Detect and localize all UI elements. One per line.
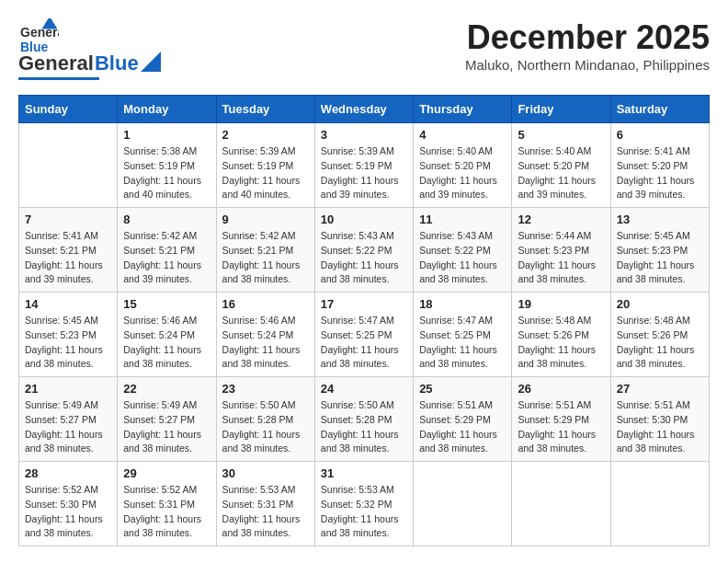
logo-arrow-icon bbox=[141, 52, 161, 72]
day-number: 28 bbox=[25, 466, 111, 480]
day-info: Sunrise: 5:47 AMSunset: 5:25 PMDaylight:… bbox=[419, 314, 506, 372]
calendar-cell: 27Sunrise: 5:51 AMSunset: 5:30 PMDayligh… bbox=[610, 377, 709, 462]
calendar-cell: 9Sunrise: 5:42 AMSunset: 5:21 PMDaylight… bbox=[216, 208, 314, 293]
day-number: 20 bbox=[617, 297, 703, 311]
day-info: Sunrise: 5:50 AMSunset: 5:28 PMDaylight:… bbox=[321, 398, 407, 456]
day-info: Sunrise: 5:45 AMSunset: 5:23 PMDaylight:… bbox=[25, 314, 111, 372]
week-row-1: 1Sunrise: 5:38 AMSunset: 5:19 PMDaylight… bbox=[19, 123, 710, 208]
weekday-header-thursday: Thursday bbox=[414, 96, 512, 123]
day-info: Sunrise: 5:41 AMSunset: 5:21 PMDaylight:… bbox=[25, 229, 111, 287]
day-number: 27 bbox=[617, 382, 703, 396]
day-number: 2 bbox=[222, 128, 309, 142]
day-number: 24 bbox=[321, 382, 407, 396]
day-info: Sunrise: 5:48 AMSunset: 5:26 PMDaylight:… bbox=[518, 314, 604, 372]
calendar-table: SundayMondayTuesdayWednesdayThursdayFrid… bbox=[18, 95, 710, 546]
weekday-header-saturday: Saturday bbox=[610, 96, 709, 123]
week-row-3: 14Sunrise: 5:45 AMSunset: 5:23 PMDayligh… bbox=[19, 293, 710, 377]
day-info: Sunrise: 5:44 AMSunset: 5:23 PMDaylight:… bbox=[518, 229, 604, 287]
day-info: Sunrise: 5:49 AMSunset: 5:27 PMDaylight:… bbox=[123, 398, 210, 456]
calendar-cell: 16Sunrise: 5:46 AMSunset: 5:24 PMDayligh… bbox=[216, 293, 314, 377]
day-number: 14 bbox=[25, 297, 111, 311]
weekday-header-row: SundayMondayTuesdayWednesdayThursdayFrid… bbox=[19, 96, 710, 123]
calendar-cell: 11Sunrise: 5:43 AMSunset: 5:22 PMDayligh… bbox=[414, 208, 512, 293]
day-info: Sunrise: 5:47 AMSunset: 5:25 PMDaylight:… bbox=[321, 314, 407, 372]
day-info: Sunrise: 5:51 AMSunset: 5:29 PMDaylight:… bbox=[419, 398, 506, 456]
weekday-header-friday: Friday bbox=[512, 96, 610, 123]
day-number: 17 bbox=[321, 297, 407, 311]
calendar-cell bbox=[19, 123, 118, 208]
calendar-cell: 23Sunrise: 5:50 AMSunset: 5:28 PMDayligh… bbox=[216, 377, 314, 462]
day-number: 10 bbox=[321, 213, 407, 226]
svg-marker-3 bbox=[141, 52, 161, 72]
day-info: Sunrise: 5:39 AMSunset: 5:19 PMDaylight:… bbox=[222, 144, 309, 202]
day-info: Sunrise: 5:51 AMSunset: 5:29 PMDaylight:… bbox=[518, 398, 604, 456]
day-number: 11 bbox=[419, 213, 506, 226]
day-info: Sunrise: 5:42 AMSunset: 5:21 PMDaylight:… bbox=[123, 229, 210, 287]
day-number: 1 bbox=[123, 128, 210, 142]
day-info: Sunrise: 5:42 AMSunset: 5:21 PMDaylight:… bbox=[222, 229, 309, 287]
day-number: 12 bbox=[518, 213, 604, 226]
day-info: Sunrise: 5:40 AMSunset: 5:20 PMDaylight:… bbox=[518, 144, 604, 202]
day-number: 31 bbox=[321, 466, 407, 480]
weekday-header-monday: Monday bbox=[118, 96, 216, 123]
logo-underline bbox=[18, 77, 99, 80]
day-number: 18 bbox=[419, 297, 506, 311]
day-number: 25 bbox=[419, 382, 506, 396]
day-number: 21 bbox=[25, 382, 111, 396]
calendar-cell: 7Sunrise: 5:41 AMSunset: 5:21 PMDaylight… bbox=[19, 208, 118, 293]
day-number: 22 bbox=[123, 382, 210, 396]
day-info: Sunrise: 5:53 AMSunset: 5:31 PMDaylight:… bbox=[222, 483, 309, 541]
location: Maluko, Northern Mindanao, Philippines bbox=[465, 57, 710, 73]
day-info: Sunrise: 5:40 AMSunset: 5:20 PMDaylight:… bbox=[419, 144, 506, 202]
calendar-cell: 18Sunrise: 5:47 AMSunset: 5:25 PMDayligh… bbox=[414, 293, 512, 377]
logo-general: General bbox=[18, 52, 94, 75]
calendar-cell: 24Sunrise: 5:50 AMSunset: 5:28 PMDayligh… bbox=[314, 377, 413, 462]
day-info: Sunrise: 5:51 AMSunset: 5:30 PMDaylight:… bbox=[617, 398, 703, 456]
calendar-cell: 3Sunrise: 5:39 AMSunset: 5:19 PMDaylight… bbox=[314, 123, 413, 208]
day-info: Sunrise: 5:39 AMSunset: 5:19 PMDaylight:… bbox=[321, 144, 407, 202]
calendar-cell: 21Sunrise: 5:49 AMSunset: 5:27 PMDayligh… bbox=[19, 377, 118, 462]
month-year: December 2025 bbox=[465, 18, 710, 57]
weekday-header-wednesday: Wednesday bbox=[314, 96, 413, 123]
calendar-cell: 15Sunrise: 5:46 AMSunset: 5:24 PMDayligh… bbox=[118, 293, 216, 377]
day-number: 30 bbox=[222, 466, 309, 480]
calendar-cell: 10Sunrise: 5:43 AMSunset: 5:22 PMDayligh… bbox=[314, 208, 413, 293]
day-info: Sunrise: 5:43 AMSunset: 5:22 PMDaylight:… bbox=[321, 229, 407, 287]
calendar-cell: 19Sunrise: 5:48 AMSunset: 5:26 PMDayligh… bbox=[512, 293, 610, 377]
calendar-cell: 5Sunrise: 5:40 AMSunset: 5:20 PMDaylight… bbox=[512, 123, 610, 208]
calendar-cell: 29Sunrise: 5:52 AMSunset: 5:31 PMDayligh… bbox=[118, 462, 216, 546]
day-info: Sunrise: 5:46 AMSunset: 5:24 PMDaylight:… bbox=[222, 314, 309, 372]
day-number: 9 bbox=[222, 213, 309, 226]
weekday-header-tuesday: Tuesday bbox=[216, 96, 314, 123]
week-row-5: 28Sunrise: 5:52 AMSunset: 5:30 PMDayligh… bbox=[19, 462, 710, 546]
day-info: Sunrise: 5:49 AMSunset: 5:27 PMDaylight:… bbox=[25, 398, 111, 456]
day-number: 3 bbox=[321, 128, 407, 142]
day-info: Sunrise: 5:52 AMSunset: 5:30 PMDaylight:… bbox=[25, 483, 111, 541]
calendar-cell: 31Sunrise: 5:53 AMSunset: 5:32 PMDayligh… bbox=[314, 462, 413, 546]
calendar-cell: 17Sunrise: 5:47 AMSunset: 5:25 PMDayligh… bbox=[314, 293, 413, 377]
calendar-cell bbox=[512, 462, 610, 546]
day-number: 15 bbox=[123, 297, 210, 311]
day-number: 13 bbox=[617, 213, 703, 226]
day-info: Sunrise: 5:50 AMSunset: 5:28 PMDaylight:… bbox=[222, 398, 309, 456]
calendar-cell: 8Sunrise: 5:42 AMSunset: 5:21 PMDaylight… bbox=[118, 208, 216, 293]
weekday-header-sunday: Sunday bbox=[19, 96, 118, 123]
logo: General Blue General Blue bbox=[18, 18, 161, 80]
day-number: 23 bbox=[222, 382, 309, 396]
day-number: 16 bbox=[222, 297, 309, 311]
day-number: 6 bbox=[617, 128, 703, 142]
week-row-2: 7Sunrise: 5:41 AMSunset: 5:21 PMDaylight… bbox=[19, 208, 710, 293]
day-number: 8 bbox=[123, 213, 210, 226]
svg-marker-2 bbox=[42, 18, 58, 29]
calendar-cell: 1Sunrise: 5:38 AMSunset: 5:19 PMDaylight… bbox=[118, 123, 216, 208]
calendar-cell: 4Sunrise: 5:40 AMSunset: 5:20 PMDaylight… bbox=[414, 123, 512, 208]
day-info: Sunrise: 5:43 AMSunset: 5:22 PMDaylight:… bbox=[419, 229, 506, 287]
calendar-cell: 30Sunrise: 5:53 AMSunset: 5:31 PMDayligh… bbox=[216, 462, 314, 546]
calendar-cell: 2Sunrise: 5:39 AMSunset: 5:19 PMDaylight… bbox=[216, 123, 314, 208]
day-number: 5 bbox=[518, 128, 604, 142]
calendar-cell: 14Sunrise: 5:45 AMSunset: 5:23 PMDayligh… bbox=[19, 293, 118, 377]
day-number: 4 bbox=[419, 128, 506, 142]
calendar-cell: 26Sunrise: 5:51 AMSunset: 5:29 PMDayligh… bbox=[512, 377, 610, 462]
calendar-cell: 22Sunrise: 5:49 AMSunset: 5:27 PMDayligh… bbox=[118, 377, 216, 462]
logo-blue: Blue bbox=[95, 52, 139, 75]
